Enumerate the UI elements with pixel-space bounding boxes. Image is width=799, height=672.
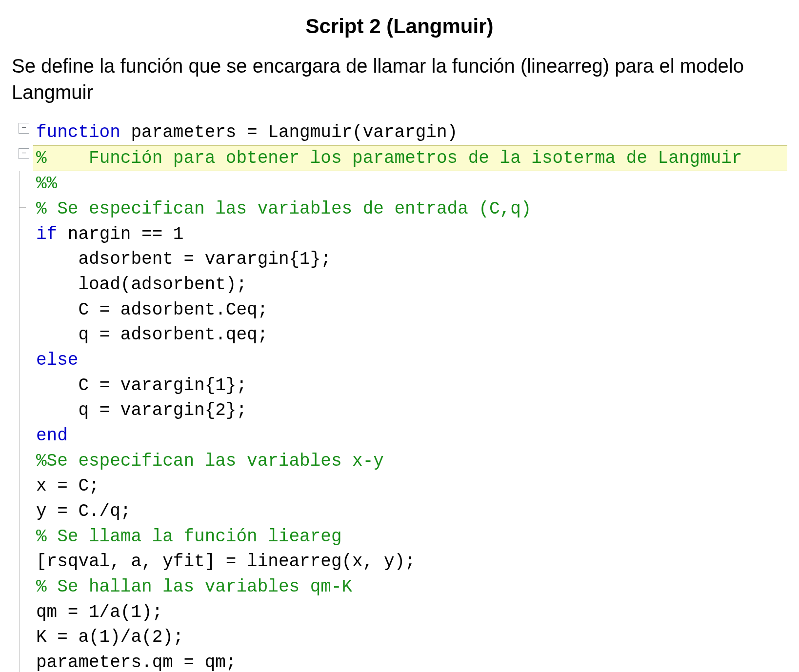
code-line: K = a(1)/a(2); — [33, 625, 787, 650]
fold-toggle[interactable]: − — [19, 148, 29, 159]
code-line: % Se especifican las variables de entrad… — [33, 197, 787, 222]
code-line: C = adsorbent.Ceq; — [33, 297, 787, 323]
code-line: end — [33, 423, 787, 449]
code-line: % Se hallan las variables qm-K — [33, 574, 787, 600]
code-line: [rsqval, a, yfit] = linearreg(x, y); — [33, 549, 787, 574]
code-line: qm = 1/a(1); — [33, 600, 787, 625]
code-line: q = adsorbent.qeq; — [33, 322, 787, 348]
fold-toggle[interactable]: − — [19, 123, 29, 134]
code-line: % Función para obtener los parametros de… — [33, 145, 787, 172]
code-line: %Se especifican las variables x-y — [33, 449, 787, 474]
code-line: C = varargin{1}; — [33, 373, 787, 398]
code-line: y = C./q; — [33, 499, 787, 524]
code-line: function parameters = Langmuir(varargin) — [33, 120, 787, 145]
code-line: adsorbent = varargin{1}; — [33, 247, 787, 272]
intro-text: Se define la función que se encargara de… — [12, 53, 787, 105]
code-editor: − function parameters = Langmuir(varargi… — [15, 120, 787, 672]
code-line: load(adsorbent); — [33, 272, 787, 297]
code-line: if nargin == 1 — [33, 222, 787, 247]
code-line: else — [33, 348, 787, 373]
code-line: x = C; — [33, 474, 787, 499]
code-line: %% — [33, 171, 787, 197]
code-line: % Se llama la función lieareg — [33, 524, 787, 550]
page-title: Script 2 (Langmuir) — [12, 15, 787, 38]
code-line: q = varargin{2}; — [33, 398, 787, 423]
code-line: parameters.qm = qm; — [33, 650, 787, 672]
